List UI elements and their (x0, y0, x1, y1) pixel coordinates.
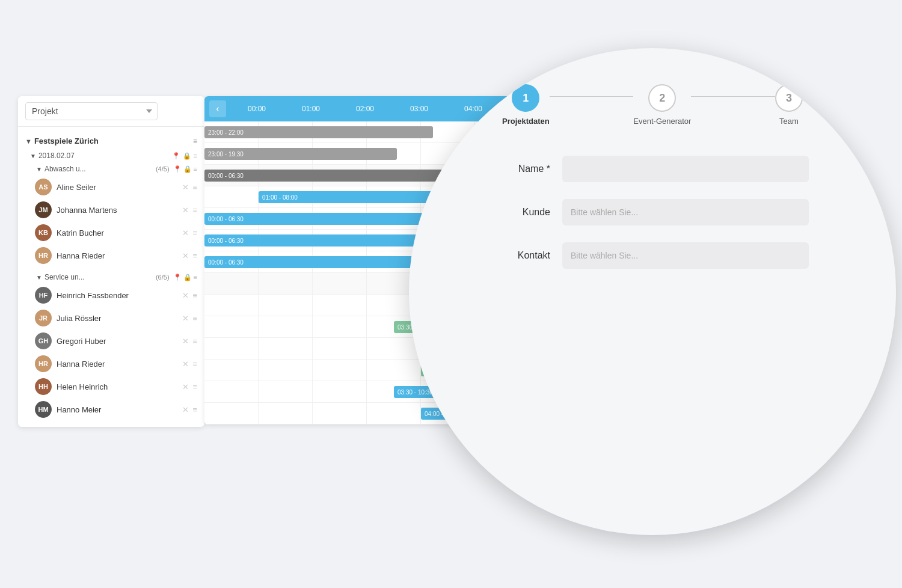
menu-katrin-icon[interactable]: ≡ (192, 228, 197, 237)
avatar-julia: JR (35, 310, 52, 326)
sidebar-header: Projekt (18, 96, 204, 127)
avatar-johanna: JM (35, 201, 52, 218)
form-row-name: Name * (496, 156, 809, 182)
avatar-gregori: GH (35, 332, 52, 349)
abwasch-pin-icon: 📍 (173, 165, 182, 173)
step-2-label: Event-Generator (633, 117, 691, 126)
step-1: 1 Projektdaten (502, 84, 550, 126)
avatar-img-johanna: JM (35, 201, 52, 218)
person-name-aline: Aline Seiler (57, 183, 182, 192)
avatar-hanno: HM (35, 401, 52, 418)
person-julia: JR Julia Rössler ✕ ≡ (18, 307, 204, 329)
name-label: Name * (496, 164, 562, 174)
abwasch-count: (4/5) (156, 165, 170, 173)
remove-julia-icon[interactable]: ✕ (182, 314, 189, 323)
abwasch-menu-icon: ≡ (194, 165, 197, 173)
service-name: Service un... (44, 273, 156, 281)
person-actions-hanno: ✕ ≡ (182, 405, 197, 414)
remove-katrin-icon[interactable]: ✕ (182, 228, 189, 237)
date-label: 2018.02.07 (38, 152, 172, 160)
form-section: Name * Kunde Bitte wählen Sie... Kontakt… (496, 156, 809, 286)
person-hanno: HM Hanno Meier ✕ ≡ (18, 398, 204, 421)
remove-johanna-icon[interactable]: ✕ (182, 206, 189, 215)
service-lock-icon: 🔒 (183, 274, 192, 281)
avatar-aline: AS (35, 179, 52, 195)
step-3-circle: 3 (775, 84, 803, 112)
date-arrow: ▼ (30, 153, 36, 159)
menu-aline-icon[interactable]: ≡ (192, 183, 197, 192)
gantt-bar-0: 23:00 - 22:00 (204, 126, 433, 138)
step-3-label: Team (779, 117, 799, 126)
avatar-img-hanno: HM (35, 401, 52, 418)
menu-gregori-icon[interactable]: ≡ (192, 337, 197, 346)
gantt-back-button[interactable]: ‹ (209, 100, 226, 117)
kunde-select[interactable]: Bitte wählen Sie... (562, 199, 809, 225)
abwasch-arrow: ▼ (36, 166, 42, 173)
person-actions-katrin: ✕ ≡ (182, 228, 197, 237)
avatar-img-helen: HH (35, 378, 52, 395)
person-name-johanna: Johanna Martens (57, 206, 182, 215)
form-row-kunde: Kunde Bitte wählen Sie... (496, 199, 809, 225)
time-0200: 02:00 (338, 105, 392, 113)
remove-hanno-icon[interactable]: ✕ (182, 405, 189, 414)
kunde-label: Kunde (496, 207, 562, 218)
menu-helen-icon[interactable]: ≡ (192, 382, 197, 391)
remove-aline-icon[interactable]: ✕ (182, 183, 189, 192)
step-line-2-3 (691, 96, 775, 97)
gantt-bar-1: 23:00 - 19:30 (204, 148, 397, 160)
person-johanna: JM Johanna Martens ✕ ≡ (18, 198, 204, 221)
name-input[interactable] (562, 156, 809, 182)
person-heinrich: HF Heinrich Fassbender ✕ ≡ (18, 284, 204, 307)
group-arrow: ▼ (25, 138, 32, 145)
group-icons: ≡ (193, 137, 197, 145)
step-2-circle: 2 (648, 84, 676, 112)
menu-hanno-icon[interactable]: ≡ (192, 405, 197, 414)
time-0000: 00:00 (230, 105, 284, 113)
avatar-helen: HH (35, 378, 52, 395)
modal-circle: 1 Projektdaten 2 Event-Generator 3 Team … (409, 48, 896, 535)
remove-heinrich-icon[interactable]: ✕ (182, 291, 189, 300)
form-row-kontakt: Kontakt Bitte wählen Sie... (496, 242, 809, 269)
avatar-hanna1: HR (35, 247, 52, 264)
location-icon: 📍 (172, 152, 180, 160)
service-pin-icon: 📍 (173, 274, 182, 281)
person-actions-julia: ✕ ≡ (182, 314, 197, 323)
person-actions-heinrich: ✕ ≡ (182, 291, 197, 300)
step-3: 3 Team (775, 84, 803, 126)
project-select[interactable]: Projekt (25, 102, 158, 120)
person-name-helen: Helen Heinrich (57, 382, 182, 391)
avatar-img-hanna1: HR (35, 247, 52, 264)
sidebar-content: ▼ Festspiele Zürich ≡ ▼ 2018.02.07 📍 🔒 ≡… (18, 127, 204, 427)
remove-hanna1-icon[interactable]: ✕ (182, 251, 189, 260)
stepper: 1 Projektdaten 2 Event-Generator 3 Team (502, 84, 803, 126)
person-actions-hanna1: ✕ ≡ (182, 251, 197, 260)
remove-hanna2-icon[interactable]: ✕ (182, 360, 189, 369)
sidebar: Projekt ▼ Festspiele Zürich ≡ ▼ 2018.02.… (18, 96, 204, 427)
person-actions-hanna2: ✕ ≡ (182, 360, 197, 369)
kontakt-select[interactable]: Bitte wählen Sie... (562, 242, 809, 269)
group-header-festspiele: ▼ Festspiele Zürich ≡ (18, 133, 204, 149)
person-aline: AS Aline Seiler ✕ ≡ (18, 176, 204, 198)
person-actions-helen: ✕ ≡ (182, 382, 197, 391)
date-subgroup: ▼ 2018.02.07 📍 🔒 ≡ (18, 149, 204, 162)
menu-icon-date: ≡ (194, 152, 197, 159)
avatar-img-heinrich: HF (35, 287, 52, 304)
team-service-header: ▼ Service un... (6/5) 📍 🔒 ≡ (18, 271, 204, 284)
menu-julia-icon[interactable]: ≡ (192, 314, 197, 323)
menu-hanna1-icon[interactable]: ≡ (192, 251, 197, 260)
kontakt-label: Kontakt (496, 250, 562, 261)
person-name-heinrich: Heinrich Fassbender (57, 291, 182, 300)
menu-johanna-icon[interactable]: ≡ (192, 206, 197, 215)
person-name-katrin: Katrin Bucher (57, 228, 182, 237)
person-name-julia: Julia Rössler (57, 314, 182, 323)
remove-helen-icon[interactable]: ✕ (182, 382, 189, 391)
menu-hanna2-icon[interactable]: ≡ (192, 360, 197, 369)
step-1-label: Projektdaten (502, 117, 550, 126)
menu-heinrich-icon[interactable]: ≡ (192, 291, 197, 300)
avatar-katrin: KB (35, 224, 52, 241)
abwasch-lock-icon: 🔒 (183, 165, 192, 173)
lock-icon: 🔒 (183, 152, 191, 160)
avatar-img-gregori: GH (35, 332, 52, 349)
remove-gregori-icon[interactable]: ✕ (182, 337, 189, 346)
avatar-img-aline: AS (35, 179, 52, 195)
